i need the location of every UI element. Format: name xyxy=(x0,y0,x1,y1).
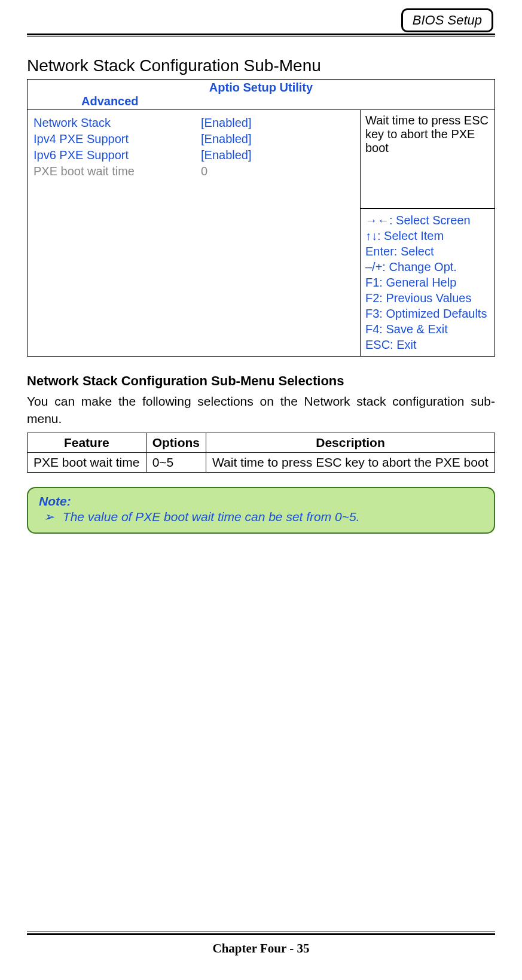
page-title: Network Stack Configuration Sub-Menu xyxy=(27,56,495,75)
bios-setting-row: PXE boot wait time 0 xyxy=(33,163,354,179)
footer-rule xyxy=(27,932,495,935)
note-text: The value of PXE boot wait time can be s… xyxy=(63,510,360,524)
bios-nav-line: Enter: Select xyxy=(365,244,490,259)
selections-intro: You can make the following selections on… xyxy=(27,392,495,428)
bullet-icon: ➢ xyxy=(44,510,59,524)
bios-nav-line: ESC: Exit xyxy=(365,337,490,352)
bios-help-panel: Wait time to press ESC key to abort the … xyxy=(360,110,494,356)
note-item: ➢ The value of PXE boot wait time can be… xyxy=(39,510,483,524)
bios-setting-value: 0 xyxy=(201,163,207,179)
bios-panel: Aptio Setup Utility Advanced Network Sta… xyxy=(27,79,495,357)
bios-help-text: Wait time to press ESC key to abort the … xyxy=(360,110,494,209)
table-header-row: Feature Options Description xyxy=(28,433,495,452)
bios-utility-title: Aptio Setup Utility xyxy=(33,81,489,95)
bios-tab-advanced: Advanced xyxy=(33,95,489,108)
note-label: Note: xyxy=(39,494,483,509)
footer: Chapter Four - 35 xyxy=(27,932,495,956)
bios-setting-value: [Enabled] xyxy=(201,131,252,147)
bios-settings-list: Network Stack [Enabled] Ipv4 PXE Support… xyxy=(28,110,360,356)
bios-setting-label: PXE boot wait time xyxy=(33,163,201,179)
bios-setting-label: Network Stack xyxy=(33,115,201,131)
bios-nav-line: –/+: Change Opt. xyxy=(365,259,490,275)
table-row: PXE boot wait time 0~5 Wait time to pres… xyxy=(28,452,495,472)
th-options: Options xyxy=(146,433,206,452)
selections-heading: Network Stack Configuration Sub-Menu Sel… xyxy=(27,373,495,389)
bios-setting-row: Network Stack [Enabled] xyxy=(33,115,354,131)
bios-setting-label: Ipv4 PXE Support xyxy=(33,131,201,147)
bios-setting-row: Ipv6 PXE Support [Enabled] xyxy=(33,147,354,163)
header-rule xyxy=(27,34,495,37)
bios-setting-value: [Enabled] xyxy=(201,147,252,163)
bios-nav-line: F4: Save & Exit xyxy=(365,321,490,337)
bios-header: Aptio Setup Utility Advanced xyxy=(28,80,494,110)
bios-setting-label: Ipv6 PXE Support xyxy=(33,147,201,163)
bios-nav-line: F3: Optimized Defaults xyxy=(365,306,490,321)
th-feature: Feature xyxy=(28,433,146,452)
feature-table: Feature Options Description PXE boot wai… xyxy=(27,433,495,473)
td-description: Wait time to press ESC key to abort the … xyxy=(206,452,495,472)
bios-nav-line: F2: Previous Values xyxy=(365,290,490,306)
bios-setting-row: Ipv4 PXE Support [Enabled] xyxy=(33,131,354,147)
td-feature: PXE boot wait time xyxy=(28,452,146,472)
footer-text: Chapter Four - 35 xyxy=(27,941,495,956)
note-box: Note: ➢ The value of PXE boot wait time … xyxy=(27,487,495,534)
bios-nav-line: →←: Select Screen xyxy=(365,212,490,228)
th-description: Description xyxy=(206,433,495,452)
bios-nav-line: F1: General Help xyxy=(365,275,490,290)
bios-nav-help: →←: Select Screen ↑↓: Select Item Enter:… xyxy=(360,209,494,356)
header-badge: BIOS Setup xyxy=(401,8,493,32)
bios-body: Network Stack [Enabled] Ipv4 PXE Support… xyxy=(28,110,494,356)
td-options: 0~5 xyxy=(146,452,206,472)
bios-setting-value: [Enabled] xyxy=(201,115,252,131)
bios-nav-line: ↑↓: Select Item xyxy=(365,228,490,244)
